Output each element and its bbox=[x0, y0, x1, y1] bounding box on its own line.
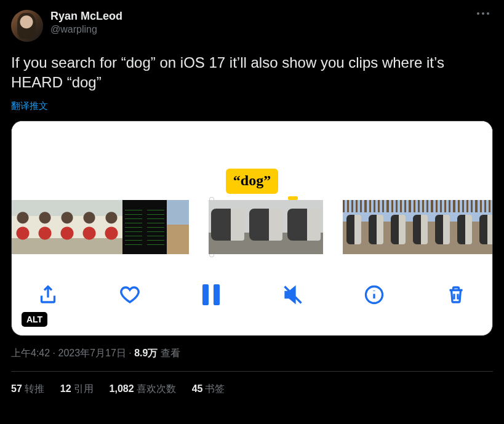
stat-likes[interactable]: 1,082喜欢次数 bbox=[110, 383, 176, 396]
pause-icon[interactable] bbox=[199, 283, 223, 306]
mute-icon[interactable] bbox=[281, 283, 305, 306]
tweet-container: Ryan McLeod @warpling If you search for … bbox=[0, 0, 504, 403]
avatar[interactable] bbox=[11, 10, 43, 42]
tweet-header: Ryan McLeod @warpling bbox=[11, 10, 493, 42]
trash-icon[interactable] bbox=[444, 283, 468, 306]
divider bbox=[11, 371, 493, 372]
clip-3[interactable] bbox=[343, 200, 493, 254]
share-icon[interactable] bbox=[36, 283, 60, 306]
info-icon[interactable] bbox=[362, 283, 386, 306]
tweet-meta: 上午4:42 · 2023年7月17日 · 8.9万 查看 bbox=[11, 347, 493, 360]
view-label: 查看 bbox=[158, 348, 180, 358]
heart-icon[interactable] bbox=[118, 283, 142, 306]
clip-2[interactable] bbox=[209, 200, 323, 254]
stats-row: 57转推 12引用 1,082喜欢次数 45书签 bbox=[11, 383, 493, 396]
timeline-strip[interactable] bbox=[12, 194, 492, 254]
media-card[interactable]: “dog” bbox=[11, 121, 493, 336]
translate-link[interactable]: 翻译推文 bbox=[11, 100, 493, 112]
keyword-badge: “dog” bbox=[226, 169, 278, 194]
tweet-time[interactable]: 上午4:42 bbox=[11, 348, 50, 358]
stat-retweets[interactable]: 57转推 bbox=[11, 383, 44, 396]
display-name[interactable]: Ryan McLeod bbox=[50, 10, 477, 23]
tweet-date[interactable]: 2023年7月17日 bbox=[58, 348, 126, 358]
view-count: 8.9万 bbox=[134, 348, 158, 358]
user-block: Ryan McLeod @warpling bbox=[50, 10, 477, 35]
alt-badge[interactable]: ALT bbox=[22, 312, 47, 327]
tweet-text: If you search for “dog” on iOS 17 it’ll … bbox=[11, 53, 493, 93]
clip-1[interactable] bbox=[12, 200, 189, 254]
user-handle[interactable]: @warpling bbox=[50, 24, 477, 35]
stat-quotes[interactable]: 12引用 bbox=[60, 383, 94, 396]
media-header: “dog” bbox=[12, 121, 492, 194]
stat-bookmarks[interactable]: 45书签 bbox=[192, 383, 225, 396]
more-icon[interactable] bbox=[477, 10, 493, 15]
media-toolbar bbox=[12, 254, 492, 335]
